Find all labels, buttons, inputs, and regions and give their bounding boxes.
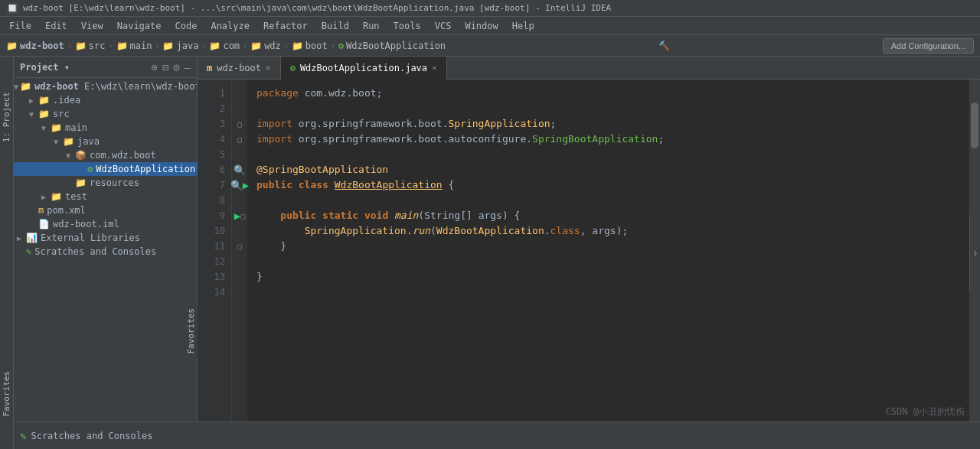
menu-analyze[interactable]: Analyze	[204, 19, 256, 33]
spring-class-icon: ⚙	[87, 164, 93, 174]
tree-item-idea[interactable]: ▶ 📁 .idea	[14, 93, 197, 107]
menu-refactor[interactable]: Refactor	[257, 19, 314, 33]
sidebar-title: Project ▾	[20, 62, 151, 73]
external-libraries-label: External Libraries	[41, 233, 140, 243]
spring-run-icon-7[interactable]: 🔍	[230, 180, 243, 191]
title-text: wdz-boot [E:\wdz\learn\wdz-boot] - ...\s…	[23, 3, 611, 13]
tab-wdz-boot-application[interactable]: ⚙ WdzBootApplication.java ✕	[281, 57, 447, 80]
menu-navigate[interactable]: Navigate	[111, 19, 168, 33]
gutter-row-6: 🔍	[232, 162, 247, 177]
code-editor[interactable]: 1 2 3 4 5 6 7 8 9 10 11 12 13 14 ▢	[198, 80, 980, 449]
tree-item-external-libs[interactable]: ▶ 📊 External Libraries	[14, 231, 197, 245]
menu-window[interactable]: Window	[459, 19, 504, 33]
expand-arrow: ▼	[29, 110, 37, 119]
editor-tabs: m wdz-boot ✕ ⚙ WdzBootApplication.java ✕	[198, 57, 980, 80]
expand-arrow: ▼	[41, 124, 49, 132]
main-layout: 1: Project Project ▾ ⊕ ⊟ ⚙ — ▼ 📁 wdz-boo…	[0, 57, 980, 449]
favorites-sidebar-label: Favorites	[2, 371, 11, 417]
folder-icon: 📁	[38, 109, 50, 119]
tree-item-java[interactable]: ▼ 📁 java	[14, 135, 197, 148]
sidebar: Project ▾ ⊕ ⊟ ⚙ — ▼ 📁 wdz-boot E:\wdz\le…	[14, 57, 198, 449]
spring-tab-icon: ⚙	[290, 63, 296, 73]
favorites-tab[interactable]: Favorites	[184, 305, 198, 357]
folder-icon: 📁	[63, 136, 74, 147]
breadcrumb-root[interactable]: 📁 wdz-boot	[6, 41, 64, 51]
new-element-icon[interactable]: ⊕	[151, 61, 157, 73]
scratches-label: Scratches and Consoles	[34, 246, 156, 257]
tab-label: WdzBootApplication.java	[300, 63, 427, 73]
tree-item-iml[interactable]: 📄 wdz-boot.iml	[14, 217, 197, 231]
chart-icon: 📊	[26, 233, 38, 243]
menu-run[interactable]: Run	[357, 19, 386, 33]
breadcrumb-class[interactable]: ⚙ WdzBootApplication	[338, 41, 446, 51]
fold-marker-3[interactable]: ▢	[237, 120, 242, 129]
gutter-row-13	[232, 269, 247, 285]
menu-vcs[interactable]: VCS	[429, 19, 458, 33]
breadcrumb-com[interactable]: 📁 com	[209, 41, 240, 51]
scratches-bar[interactable]: ✎ Scratches and Consoles	[14, 421, 980, 449]
code-line-9: public static void main(String[] args) {	[256, 208, 960, 223]
project-tab[interactable]: 1: Project	[0, 87, 13, 147]
breadcrumb-src[interactable]: 📁 src	[75, 41, 106, 51]
run-icon-breadcrumb: 🔨	[658, 41, 670, 51]
expand-arrow: ▼	[14, 83, 18, 91]
code-content[interactable]: package com.wdz.boot; import org.springf…	[247, 80, 969, 449]
breadcrumb-wdz[interactable]: 📁 wdz	[250, 41, 281, 51]
tree-item-main[interactable]: ▼ 📁 main	[14, 121, 197, 135]
scratches-tree-icon: ✎	[26, 246, 31, 257]
add-configuration-button[interactable]: Add Configuration...	[883, 38, 974, 54]
file-tree: ▼ 📁 wdz-boot E:\wdz\learn\wdz-boot ▶ 📁 .…	[14, 78, 197, 449]
folder-icon: 📁	[116, 41, 128, 51]
folder-icon: 📁	[51, 191, 62, 202]
menu-build[interactable]: Build	[315, 19, 355, 33]
fold-marker-4[interactable]: ▢	[237, 135, 242, 144]
breadcrumb-bar: 📁 wdz-boot › 📁 src › 📁 main › 📁 java › 📁…	[0, 35, 980, 57]
settings-icon[interactable]: ⚙	[173, 61, 179, 73]
gutter-row-12	[232, 254, 247, 269]
close-tab-icon[interactable]: ✕	[266, 63, 271, 73]
code-line-8	[256, 193, 960, 208]
breadcrumb-java[interactable]: 📁 java	[162, 41, 198, 51]
tree-item-resources[interactable]: 📁 resources	[14, 176, 197, 190]
chevron-right-icon: ›	[972, 246, 979, 260]
folder-icon: 📁	[51, 122, 62, 133]
breadcrumb-boot[interactable]: 📁 boot	[292, 41, 328, 51]
favorites-sidebar-tab[interactable]: Favorites	[0, 366, 14, 421]
tree-item-pom[interactable]: m pom.xml	[14, 203, 197, 217]
menu-code[interactable]: Code	[169, 19, 204, 33]
tree-item-scratches[interactable]: ✎ Scratches and Consoles	[14, 245, 197, 259]
collapse-icon[interactable]: ⊟	[162, 61, 168, 73]
menu-file[interactable]: File	[3, 19, 38, 33]
code-line-7: public class WdzBootApplication {	[256, 177, 960, 193]
menu-edit[interactable]: Edit	[39, 19, 74, 33]
run-button-9[interactable]: ▶	[234, 210, 240, 222]
gutter-row-9: ▶ ▢	[232, 208, 247, 223]
run-button-7[interactable]: ▶	[243, 179, 249, 191]
expand-arrow: ▼	[54, 138, 61, 146]
menu-tools[interactable]: Tools	[387, 19, 427, 33]
menu-view[interactable]: View	[75, 19, 109, 33]
gutter-row-2	[232, 101, 247, 116]
close-tab-icon[interactable]: ✕	[432, 63, 437, 73]
tree-item-wdz-boot[interactable]: ▼ 📁 wdz-boot E:\wdz\learn\wdz-boot	[14, 80, 197, 93]
folder-icon: 📁	[292, 41, 303, 51]
tree-item-wdz-app[interactable]: ⚙ WdzBootApplication	[14, 162, 197, 176]
menu-help[interactable]: Help	[506, 19, 541, 33]
breadcrumb-main[interactable]: 📁 main	[116, 41, 152, 51]
tree-item-package[interactable]: ▼ 📦 com.wdz.boot	[14, 148, 197, 162]
fold-marker-9[interactable]: ▢	[240, 212, 245, 220]
tree-item-src[interactable]: ▼ 📁 src	[14, 107, 197, 121]
code-line-5	[256, 147, 960, 162]
tab-wdz-boot[interactable]: m wdz-boot ✕	[198, 57, 281, 80]
tree-item-test[interactable]: ▶ 📁 test	[14, 190, 197, 203]
scrollbar-thumb[interactable]	[971, 102, 978, 148]
gutter-row-4: ▢	[232, 132, 247, 147]
gutter-row-1	[232, 86, 247, 101]
spring-run-icon-6[interactable]: 🔍	[234, 164, 246, 176]
code-line-2	[256, 101, 960, 116]
hide-icon[interactable]: —	[185, 61, 191, 73]
folder-icon: 📁	[75, 177, 87, 188]
favorites-label: Favorites	[186, 308, 196, 354]
sidebar-toolbar: ⊕ ⊟ ⚙ —	[151, 61, 191, 73]
scratches-icon: ✎	[20, 430, 26, 442]
